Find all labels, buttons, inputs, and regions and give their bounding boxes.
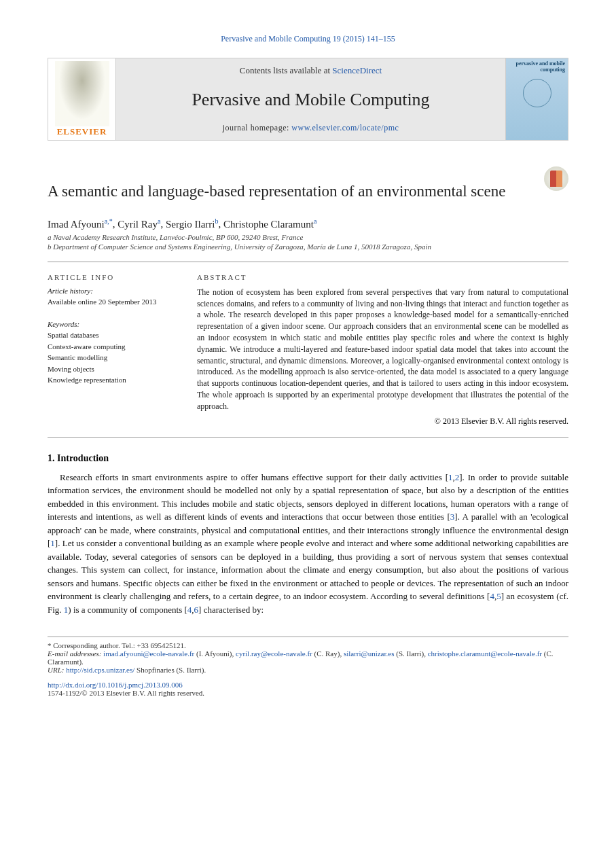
issn-copyright: 1574-1192/© 2013 Elsevier B.V. All right… bbox=[48, 689, 568, 697]
email-1[interactable]: imad.afyouni@ecole-navale.fr bbox=[103, 649, 194, 658]
email-1-who: (I. Afyouni) bbox=[196, 649, 232, 658]
journal-cover-thumb: pervasive and mobile computing bbox=[505, 58, 568, 140]
doi-link[interactable]: http://dx.doi.org/10.1016/j.pmcj.2013.09… bbox=[48, 681, 183, 689]
author-3-sup: b bbox=[215, 217, 219, 225]
header-center: Contents lists available at ScienceDirec… bbox=[116, 58, 505, 140]
elsevier-tree-icon bbox=[55, 61, 109, 126]
keyword-1: Spatial databases bbox=[48, 329, 170, 341]
keyword-4: Moving objects bbox=[48, 363, 170, 375]
crossmark-icon[interactable] bbox=[544, 166, 568, 191]
keyword-2: Context-aware computing bbox=[48, 341, 170, 353]
article-title: A semantic and language-based representa… bbox=[48, 181, 505, 202]
section-title: Introduction bbox=[57, 453, 109, 463]
keyword-5: Knowledge representation bbox=[48, 374, 170, 386]
body-paragraph-1: Research efforts in smart environments a… bbox=[48, 471, 568, 617]
authors-line: Imad Afyounia,*, Cyril Raya, Sergio Ilar… bbox=[48, 217, 568, 230]
url-label: URL: bbox=[48, 666, 64, 674]
keyword-3: Semantic modelling bbox=[48, 352, 170, 363]
author-1-sup: a,* bbox=[105, 217, 113, 225]
body-txt: ] characterised by: bbox=[198, 605, 264, 615]
homepage-prefix: journal homepage: bbox=[223, 123, 292, 132]
author-2-sup: a bbox=[158, 217, 160, 225]
cover-title: pervasive and mobile computing bbox=[509, 61, 565, 73]
email-3-who: (S. Ilarri) bbox=[396, 649, 424, 658]
body-txt: Research efforts in smart environments a… bbox=[60, 472, 448, 482]
corresponding-author: * Corresponding author. Tel.: +33 695425… bbox=[48, 641, 568, 649]
divider-2 bbox=[48, 437, 568, 438]
keywords-label: Keywords: bbox=[48, 319, 170, 330]
section-num: 1. bbox=[48, 453, 55, 463]
publisher-name: ELSEVIER bbox=[57, 126, 107, 137]
url-line: URL: http://sid.cps.unizar.es/ Shopfinar… bbox=[48, 666, 568, 674]
author-2: Cyril Ray bbox=[117, 219, 158, 230]
emails-label: E-mail addresses: bbox=[48, 649, 101, 658]
contents-prefix: Contents lists available at bbox=[240, 65, 332, 75]
author-4: Christophe Claramunt bbox=[223, 219, 314, 230]
body-txt: ) is a community of components [ bbox=[68, 605, 187, 615]
divider bbox=[48, 262, 568, 262]
author-4-sup: a bbox=[314, 217, 316, 225]
article-info-column: ARTICLE INFO Article history: Available … bbox=[48, 273, 170, 427]
homepage-line: journal homepage: www.elsevier.com/locat… bbox=[116, 123, 505, 133]
journal-name: Pervasive and Mobile Computing bbox=[116, 90, 505, 110]
affiliation-b: b Department of Computer Science and Sys… bbox=[48, 243, 568, 251]
abstract-text: The notion of ecosystem has been explore… bbox=[197, 287, 568, 412]
elsevier-logo: ELSEVIER bbox=[48, 58, 116, 140]
abstract-column: ABSTRACT The notion of ecosystem has bee… bbox=[197, 273, 568, 427]
email-4[interactable]: christophe.claramunt@ecole-navale.fr bbox=[428, 649, 542, 658]
journal-reference: Pervasive and Mobile Computing 19 (2015)… bbox=[48, 34, 568, 44]
article-info-head: ARTICLE INFO bbox=[48, 273, 170, 281]
email-2[interactable]: cyril.ray@ecole-navale.fr bbox=[236, 649, 312, 658]
footnotes: * Corresponding author. Tel.: +33 695425… bbox=[48, 637, 568, 697]
section-heading: 1. Introduction bbox=[48, 453, 568, 464]
author-url[interactable]: http://sid.cps.unizar.es/ bbox=[66, 666, 134, 674]
affiliation-a: a Naval Academy Research Institute, Lanv… bbox=[48, 233, 568, 241]
history-label: Article history: bbox=[48, 285, 170, 297]
sciencedirect-link[interactable]: ScienceDirect bbox=[332, 65, 382, 75]
email-2-who: (C. Ray) bbox=[314, 649, 340, 658]
author-1: Imad Afyouni bbox=[48, 219, 105, 230]
history-text: Available online 20 September 2013 bbox=[48, 296, 170, 308]
homepage-link[interactable]: www.elsevier.com/locate/pmc bbox=[291, 123, 399, 132]
cover-figure-icon bbox=[523, 79, 551, 107]
url-who: Shopfinaries bbox=[137, 666, 175, 674]
bookmark-icon bbox=[550, 171, 562, 187]
abstract-copyright: © 2013 Elsevier B.V. All rights reserved… bbox=[197, 416, 568, 427]
journal-header: ELSEVIER Contents lists available at Sci… bbox=[48, 58, 568, 141]
abstract-head: ABSTRACT bbox=[197, 273, 568, 281]
url-who2: (S. Ilarri). bbox=[176, 666, 206, 674]
author-3: Sergio Ilarri bbox=[166, 219, 215, 230]
contents-line: Contents lists available at ScienceDirec… bbox=[116, 65, 505, 76]
email-3[interactable]: silarri@unizar.es bbox=[344, 649, 395, 658]
emails-line: E-mail addresses: imad.afyouni@ecole-nav… bbox=[48, 649, 568, 666]
